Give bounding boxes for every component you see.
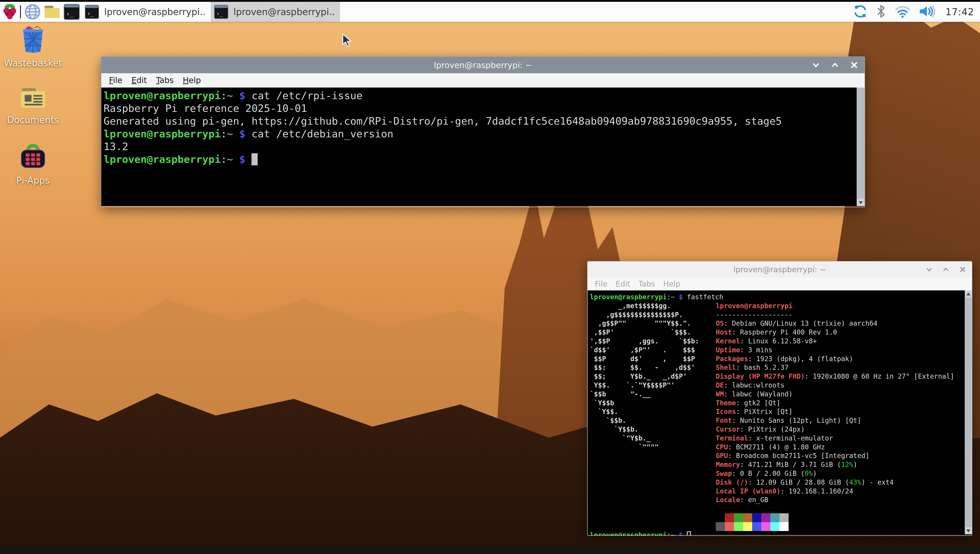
fastfetch-info-line: WM: labwc (Wayland) (716, 390, 954, 399)
taskbar: ›_ ›_ lproven@raspberrypi.. ›_ lproven@r… (0, 2, 980, 22)
scroll-down-arrow[interactable] (857, 199, 865, 206)
palette-swatch (716, 513, 725, 522)
clock[interactable]: 17:42 (945, 6, 974, 18)
terminal-output-area[interactable]: lproven@raspberrypi:~ $ fastfetch _,met$… (587, 290, 972, 534)
terminal-window-2: lproven@raspberrypi: ~ FileEditTabsHelp … (587, 261, 972, 536)
menu-help[interactable]: Help (660, 279, 683, 289)
updates-icon[interactable] (853, 4, 868, 19)
scrollbar[interactable] (857, 88, 865, 206)
fastfetch-info-line: Memory: 471.21 MiB / 3.71 GiB (12%) (716, 460, 954, 469)
fastfetch-info-line: DE: labwc:wlroots (716, 381, 954, 390)
palette-swatch (725, 522, 734, 531)
window-button-label: lproven@raspberrypi.. (233, 6, 335, 17)
fastfetch-info-line: Packages: 1923 (dpkg), 4 (flatpak) (716, 355, 954, 363)
menu-edit[interactable]: Edit (613, 279, 634, 289)
fastfetch-info-line: Theme: gtk2 [Qt] (716, 399, 954, 408)
palette-swatch (752, 513, 761, 522)
fastfetch-info-line: CPU: BCM2711 (4) @ 1.80 GHz (716, 443, 954, 452)
menu-file[interactable]: File (105, 74, 126, 86)
fastfetch-info-line: Terminal: x-terminal-emulator (716, 434, 954, 443)
close-button[interactable] (958, 265, 967, 274)
palette-swatch (752, 522, 761, 531)
fastfetch-info-line: lproven@raspberrypi (716, 302, 954, 310)
palette-swatch (734, 522, 743, 531)
fastfetch-info-line: Swap: 0 B / 2.00 GiB (0%) (716, 469, 954, 478)
terminal-text: lproven@raspberrypi:~ $ cat /etc/rpi-iss… (104, 89, 855, 166)
scrollbar[interactable] (965, 290, 972, 534)
screen-top-strip (0, 0, 980, 2)
desktop-screen: ›_ ›_ lproven@raspberrypi.. ›_ lproven@r… (0, 0, 980, 554)
fastfetch-info-line: GPU: Broadcom bcm2711-vc5 [Integrated] (716, 451, 954, 460)
palette-swatch (779, 522, 788, 531)
fastfetch-info-line: OS: Debian GNU/Linux 13 (trixie) aarch64 (716, 319, 954, 328)
menu-tabs[interactable]: Tabs (635, 279, 658, 289)
fastfetch-info-line: Host: Raspberry Pi 400 Rev 1.0 (716, 328, 954, 337)
mouse-cursor (342, 33, 352, 47)
desktop-icon-documents[interactable]: Documents (0, 86, 66, 125)
menu-bar: FileEditTabsHelp (587, 277, 972, 290)
terminal-command-line: lproven@raspberrypi:~ $ fastfetch (590, 293, 723, 302)
fastfetch-color-palette (716, 513, 788, 531)
fastfetch-info-line: Local IP (wlan0): 192.168.1.160/24 (716, 487, 954, 496)
menu-tabs[interactable]: Tabs (152, 74, 177, 86)
taskbar-window-terminal-2[interactable]: ›_ lproven@raspberrypi.. (211, 2, 340, 22)
desktop-icon-wastebasket[interactable]: Wastebasket (0, 25, 66, 68)
desktop-icon-pi-apps[interactable]: Pi-Apps (0, 143, 66, 186)
raspberry-menu-button[interactable] (0, 2, 19, 22)
terminal-launcher[interactable]: ›_ (62, 2, 81, 22)
palette-swatch (770, 513, 779, 522)
palette-swatch (716, 522, 725, 531)
browser-launcher[interactable] (23, 2, 42, 22)
palette-swatch (761, 522, 770, 531)
palette-swatch (761, 513, 770, 522)
bluetooth-icon[interactable] (875, 4, 887, 19)
terminal-line: lproven@raspberrypi:~ $ cat /etc/rpi-iss… (104, 89, 855, 102)
terminal-window-1: lproven@raspberrypi: ~ FileEditTabsHelp … (101, 56, 865, 207)
taskbar-separator (20, 5, 21, 18)
terminal-output-area[interactable]: lproven@raspberrypi:~ $ cat /etc/rpi-iss… (101, 88, 865, 206)
scroll-up-arrow[interactable] (965, 290, 972, 297)
scrollbar-thumb[interactable] (857, 88, 864, 198)
fastfetch-info-line: Display (HP M27fe FHD): 1920x1080 @ 60 H… (716, 372, 954, 381)
window-title: lproven@raspberrypi: ~ (434, 60, 532, 70)
palette-swatch (779, 513, 788, 522)
menu-edit[interactable]: Edit (128, 74, 151, 86)
svg-text:›_: ›_ (66, 10, 74, 18)
maximize-button[interactable] (941, 265, 950, 274)
palette-swatch (743, 522, 752, 531)
close-button[interactable] (849, 60, 859, 70)
fastfetch-info-line: Disk (/): 12.09 GiB / 28.08 GiB (43%) - … (716, 478, 954, 487)
terminal-line: Generated using pi-gen, https://github.c… (104, 115, 855, 127)
scroll-down-arrow[interactable] (965, 527, 972, 534)
documents-folder-icon (18, 86, 48, 111)
menu-bar: FileEditTabsHelp (101, 73, 865, 88)
menu-file[interactable]: File (592, 279, 611, 289)
minimize-button[interactable] (811, 60, 820, 70)
desktop-icon-label: Pi-Apps (0, 175, 66, 186)
maximize-button[interactable] (830, 60, 840, 70)
wastebasket-icon (18, 25, 48, 54)
fastfetch-info-line: Cursor: PiXtrix (24px) (716, 425, 954, 434)
titlebar[interactable]: lproven@raspberrypi: ~ (101, 57, 865, 73)
volume-icon[interactable] (919, 4, 938, 19)
fastfetch-info-line: Shell: bash 5.2.37 (716, 363, 954, 372)
desktop-icon-label: Documents (0, 115, 66, 125)
titlebar[interactable]: lproven@raspberrypi: ~ (587, 261, 972, 277)
wifi-icon[interactable] (894, 4, 911, 19)
palette-swatch (725, 513, 734, 522)
fastfetch-info-line: Icons: PiXtrix [Qt] (716, 407, 954, 416)
fastfetch-info-line: Kernel: Linux 6.12.58-v8+ (716, 337, 954, 346)
desktop-icon-label: Wastebasket (0, 58, 66, 68)
palette-swatch (770, 522, 779, 531)
menu-help[interactable]: Help (179, 74, 204, 86)
terminal-window-icon: ›_ (85, 5, 99, 19)
terminal-prompt-line: lproven@raspberrypi:~ $ (590, 531, 691, 536)
terminal-window-icon: ›_ (214, 5, 228, 19)
file-manager-launcher[interactable] (42, 2, 62, 22)
minimize-button[interactable] (924, 265, 934, 274)
scrollbar-thumb[interactable] (966, 298, 971, 527)
taskbar-window-terminal-1[interactable]: ›_ lproven@raspberrypi.. (81, 2, 211, 22)
fastfetch-info-line: ------------------- (716, 310, 954, 319)
svg-text:›_: ›_ (87, 10, 94, 17)
terminal-line: Raspberry Pi reference 2025-10-01 (104, 102, 855, 115)
